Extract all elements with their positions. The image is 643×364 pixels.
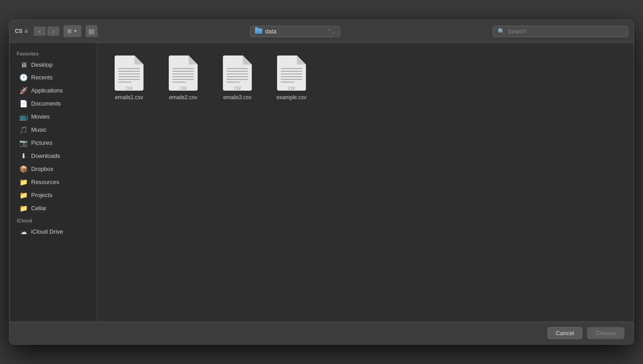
svg-text:CSV: CSV [180, 87, 187, 91]
cancel-button[interactable]: Cancel [547, 327, 583, 339]
file-area: CSV emails1.csv [97, 43, 634, 322]
icloud-label: iCloud [9, 215, 97, 225]
file-grid: CSV emails1.csv [106, 52, 624, 104]
svg-rect-1 [118, 71, 140, 72]
sidebar-item-projects[interactable]: 📁 Projects [12, 189, 94, 202]
svg-rect-3 [118, 76, 140, 77]
search-icon: 🔍 [498, 28, 505, 35]
svg-rect-7 [172, 68, 194, 69]
sidebar-item-pictures[interactable]: 📷 Pictures [12, 137, 94, 149]
sidebar-label-pictures: Pictures [31, 139, 52, 146]
sidebar-item-dropbox[interactable]: 📦 Dropbox [12, 163, 94, 175]
sidebar-toggle-icon[interactable]: ≡ [24, 28, 28, 35]
file-icon-emails3: CSV [223, 55, 252, 91]
sidebar-item-documents[interactable]: 📄 Documents [12, 97, 94, 110]
sidebar-label-projects: Projects [31, 192, 52, 198]
svg-rect-17 [227, 76, 248, 77]
file-name-emails3: emails3.csv [223, 94, 252, 101]
file-icon-example: CSV [277, 55, 306, 91]
file-name-emails1: emails1.csv [115, 94, 143, 101]
desktop-icon: 🖥 [19, 61, 28, 69]
svg-rect-14 [227, 68, 248, 69]
app-label: CS [15, 28, 23, 34]
svg-rect-15 [227, 71, 248, 72]
svg-rect-10 [172, 76, 194, 77]
svg-rect-22 [281, 71, 302, 72]
file-item[interactable]: CSV emails2.csv [161, 52, 206, 104]
sidebar-label-movies: Movies [31, 113, 50, 120]
main-content: Favorites 🖥 Desktop 🕐 Recents 🚀 Applicat… [9, 43, 634, 322]
sidebar-label-documents: Documents [31, 100, 61, 107]
toolbar: CS ≡ ‹ › ⊞ ▼ ▤ data ⌃⌄ 🔍 [9, 20, 634, 43]
svg-text:CSV: CSV [234, 87, 241, 91]
svg-rect-16 [227, 74, 248, 74]
svg-rect-19 [227, 82, 240, 83]
dropbox-icon: 📦 [19, 165, 28, 173]
file-item[interactable]: CSV example.csv [269, 52, 314, 104]
grid-view-chevron: ▼ [74, 29, 78, 33]
sidebar: Favorites 🖥 Desktop 🕐 Recents 🚀 Applicat… [9, 43, 97, 322]
svg-rect-4 [118, 79, 140, 80]
svg-rect-11 [172, 79, 194, 80]
choose-button[interactable]: Choose [587, 327, 624, 339]
favorites-label: Favorites [9, 48, 97, 58]
path-dropdown[interactable]: data ⌃⌄ [250, 26, 340, 37]
resources-icon: 📁 [19, 178, 28, 186]
sidebar-label-cellar: Cellar [31, 205, 46, 212]
svg-rect-26 [281, 82, 294, 83]
nav-buttons: ‹ › [33, 26, 60, 36]
search-input[interactable] [508, 28, 623, 35]
svg-rect-21 [281, 68, 302, 69]
svg-rect-18 [227, 79, 248, 80]
applications-icon: 🚀 [19, 87, 28, 95]
path-name: data [265, 28, 324, 35]
search-box: 🔍 [493, 26, 628, 37]
folder-icon [255, 28, 262, 34]
list-view-button[interactable]: ▤ [85, 25, 98, 37]
documents-icon: 📄 [19, 100, 28, 108]
sidebar-item-desktop[interactable]: 🖥 Desktop [12, 59, 94, 71]
movies-icon: 📺 [19, 113, 28, 121]
sidebar-item-downloads[interactable]: ⬇ Downloads [12, 150, 94, 162]
file-item[interactable]: CSV emails3.csv [215, 52, 260, 104]
file-item[interactable]: CSV emails1.csv [106, 52, 152, 104]
sidebar-item-recents[interactable]: 🕐 Recents [12, 71, 94, 84]
file-picker-dialog: CS ≡ ‹ › ⊞ ▼ ▤ data ⌃⌄ 🔍 Favorite [9, 20, 634, 345]
file-name-example: example.csv [277, 94, 307, 101]
sidebar-label-resources: Resources [31, 179, 59, 185]
file-icon-emails1: CSV [115, 55, 143, 91]
file-name-emails2: emails2.csv [169, 94, 198, 101]
sidebar-item-movies[interactable]: 📺 Movies [12, 111, 94, 123]
sidebar-label-dropbox: Dropbox [31, 166, 53, 172]
grid-view-button[interactable]: ⊞ ▼ [63, 25, 82, 37]
sidebar-label-desktop: Desktop [31, 61, 53, 68]
forward-button[interactable]: › [47, 26, 60, 36]
pictures-icon: 📷 [19, 139, 28, 147]
sidebar-item-music[interactable]: 🎵 Music [12, 124, 94, 136]
svg-rect-12 [172, 82, 186, 83]
sidebar-label-recents: Recents [31, 74, 53, 81]
svg-rect-2 [118, 74, 140, 74]
sidebar-label-icloud-drive: iCloud Drive [31, 228, 63, 235]
sidebar-item-cellar[interactable]: 📁 Cellar [12, 202, 94, 215]
sidebar-item-icloud-drive[interactable]: ☁ iCloud Drive [12, 226, 94, 238]
recents-icon: 🕐 [19, 74, 28, 82]
bottom-bar: Cancel Choose [9, 322, 634, 344]
grid-view-icon: ⊞ [67, 28, 72, 34]
list-view-icon: ▤ [88, 28, 94, 35]
cellar-icon: 📁 [19, 204, 28, 212]
sidebar-item-applications[interactable]: 🚀 Applications [12, 84, 94, 97]
svg-rect-0 [118, 68, 140, 69]
svg-text:CSV: CSV [288, 87, 295, 91]
svg-rect-23 [281, 74, 302, 74]
sidebar-item-resources[interactable]: 📁 Resources [12, 176, 94, 189]
downloads-icon: ⬇ [19, 152, 28, 160]
file-icon-emails2: CSV [169, 55, 198, 91]
path-chevron-icon: ⌃⌄ [327, 28, 335, 34]
svg-rect-8 [172, 71, 194, 72]
svg-rect-24 [281, 76, 302, 77]
projects-icon: 📁 [19, 191, 28, 199]
svg-rect-25 [281, 79, 302, 80]
sidebar-label-music: Music [31, 126, 46, 133]
back-button[interactable]: ‹ [33, 26, 46, 36]
